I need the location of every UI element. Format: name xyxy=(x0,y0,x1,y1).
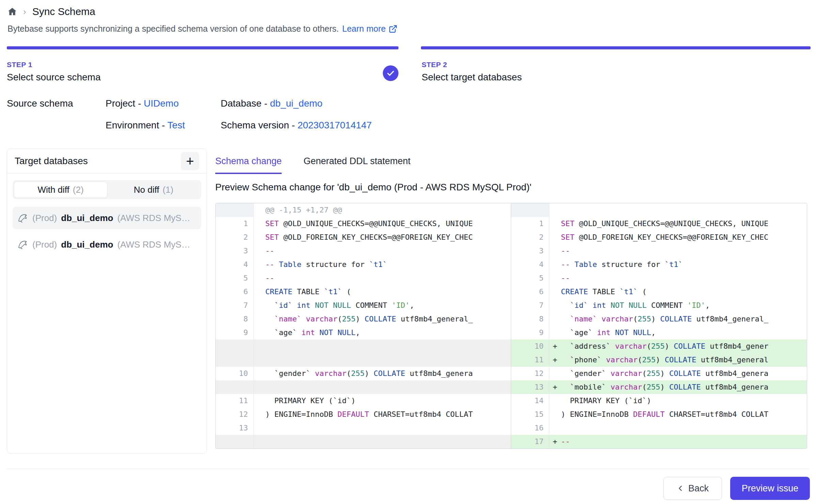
diff-code: `gender` varchar(255) COLLATE utf8mb4_ge… xyxy=(265,367,511,380)
back-button[interactable]: Back xyxy=(663,477,722,500)
diff-added-row: 11+ `phone` varchar(255) COLLATE utf8mb4… xyxy=(511,353,807,367)
diff-code xyxy=(561,421,807,435)
diff-filler-row xyxy=(216,435,511,448)
diff-sign: + xyxy=(549,380,561,394)
breadcrumb: › Sync Schema xyxy=(7,4,95,19)
diff-line-number: 8 xyxy=(216,312,254,326)
diff-sign xyxy=(549,271,561,285)
project-link[interactable]: UIDemo xyxy=(144,98,179,109)
diff-sign xyxy=(254,244,265,258)
diff-sign: + xyxy=(549,353,561,367)
diff-row: 12 `gender` varchar(255) COLLATE utf8mb4… xyxy=(511,367,807,380)
tab-with-diff[interactable]: With diff (2) xyxy=(14,182,107,198)
diff-row: 15) ENGINE=InnoDB DEFAULT CHARSET=utf8mb… xyxy=(511,408,807,421)
diff-sign xyxy=(254,435,265,448)
diff-row: 5-- xyxy=(511,271,807,285)
diff-code: SET @OLD_UNIQUE_CHECKS=@@UNIQUE_CHECKS, … xyxy=(265,217,511,231)
schema-version-link[interactable]: 20230317014147 xyxy=(298,120,372,130)
diff-sign xyxy=(549,217,561,231)
diff-row: 10 `gender` varchar(255) COLLATE utf8mb4… xyxy=(216,367,511,380)
diff-code xyxy=(561,203,807,217)
target-databases-panel: Target databases + With diff (2) No diff… xyxy=(7,148,207,454)
home-icon[interactable] xyxy=(7,7,17,16)
mysql-dolphin-icon xyxy=(17,239,28,250)
diff-line-number: 13 xyxy=(216,421,254,435)
diff-line-number: 13 xyxy=(511,380,549,394)
target-databases-title: Target databases xyxy=(15,156,88,167)
diff-line-number xyxy=(216,380,254,394)
diff-sign: + xyxy=(549,340,561,353)
diff-code: SET @OLD_UNIQUE_CHECKS=@@UNIQUE_CHECKS, … xyxy=(561,217,807,231)
environment-link[interactable]: Test xyxy=(168,120,185,130)
diff-sign xyxy=(254,285,265,299)
diff-line-number: 12 xyxy=(511,367,549,380)
diff-line-number: 1 xyxy=(216,217,254,231)
diff-line-number: 2 xyxy=(511,231,549,244)
diff-row: 2SET @OLD_FOREIGN_KEY_CHECKS=@@FOREIGN_K… xyxy=(511,231,807,244)
diff-line-number xyxy=(216,435,254,448)
tab-no-diff[interactable]: No diff (1) xyxy=(107,182,200,198)
target-database-item[interactable]: (Prod) db_ui_demo (AWS RDS MyS… xyxy=(13,233,201,256)
diff-row: 7 `id` int NOT NULL COMMENT 'ID', xyxy=(216,299,511,312)
diff-line-number: 16 xyxy=(511,421,549,435)
diff-line-number: 2 xyxy=(216,231,254,244)
diff-sign xyxy=(549,312,561,326)
preview-tabs: Schema change Generated DDL statement xyxy=(215,156,410,174)
diff-sign xyxy=(254,203,265,217)
diff-sign xyxy=(254,408,265,421)
diff-line-number: 14 xyxy=(511,394,549,408)
diff-line-number: 3 xyxy=(511,244,549,258)
step2: STEP 2 Select target databases xyxy=(422,61,522,83)
diff-code xyxy=(265,435,511,448)
intro-description: Bytebase supports synchronizing a specif… xyxy=(7,24,339,34)
diff-filler-row xyxy=(216,353,511,367)
diff-sign xyxy=(549,408,561,421)
source-environment: Environment - Test xyxy=(106,120,221,131)
diff-line-number xyxy=(216,203,254,217)
diff-code: `phone` varchar(255) COLLATE utf8mb4_gen… xyxy=(561,353,807,367)
diff-pane-new[interactable]: 1SET @OLD_UNIQUE_CHECKS=@@UNIQUE_CHECKS,… xyxy=(511,203,807,448)
diff-row: 5-- xyxy=(216,271,511,285)
preview-issue-button[interactable]: Preview issue xyxy=(730,477,810,500)
diff-sign xyxy=(549,326,561,340)
diff-line-number: 11 xyxy=(511,353,549,367)
diff-code xyxy=(265,353,511,367)
diff-code: PRIMARY KEY (`id`) xyxy=(265,394,511,408)
tab-schema-change[interactable]: Schema change xyxy=(215,156,282,174)
diff-sign xyxy=(254,367,265,380)
add-database-button[interactable]: + xyxy=(181,152,199,170)
diff-row: 11 PRIMARY KEY (`id`) xyxy=(216,394,511,408)
step1-title: Select source schema xyxy=(7,72,100,83)
diff-code: SET @OLD_FOREIGN_KEY_CHECKS=@@FOREIGN_KE… xyxy=(561,231,807,244)
database-link[interactable]: db_ui_demo xyxy=(270,98,323,109)
diff-line-number: 3 xyxy=(216,244,254,258)
step1: STEP 1 Select source schema xyxy=(7,61,100,83)
diff-row: 4-- Table structure for `t1` xyxy=(216,258,511,271)
diff-row: 14 PRIMARY KEY (`id`) xyxy=(511,394,807,408)
step1-label: STEP 1 xyxy=(7,61,100,69)
diff-line-number: 4 xyxy=(216,258,254,271)
learn-more-link[interactable]: Learn more xyxy=(342,24,397,34)
diff-row: 8 `name` varchar(255) COLLATE utf8mb4_ge… xyxy=(216,312,511,326)
diff-code: -- Table structure for `t1` xyxy=(265,258,511,271)
tab-generated-ddl[interactable]: Generated DDL statement xyxy=(303,156,410,174)
diff-line-number: 7 xyxy=(511,299,549,312)
diff-code: CREATE TABLE `t1` ( xyxy=(265,285,511,299)
diff-code: `name` varchar(255) COLLATE utf8mb4_gene… xyxy=(561,312,807,326)
source-schema-label: Source schema xyxy=(7,98,106,109)
diff-pane-old[interactable]: @@ -1,15 +1,27 @@1SET @OLD_UNIQUE_CHECKS… xyxy=(216,203,511,448)
diff-filter-tabs: With diff (2) No diff (1) xyxy=(13,180,201,199)
target-database-item[interactable]: (Prod) db_ui_demo (AWS RDS MyS… xyxy=(13,207,201,229)
diff-line-number: 9 xyxy=(216,326,254,340)
source-project: Project - UIDemo xyxy=(106,98,221,109)
diff-sign xyxy=(549,394,561,408)
diff-line-number: 8 xyxy=(511,312,549,326)
diff-sign: + xyxy=(549,435,561,448)
step2-progress-bar xyxy=(421,46,811,49)
diff-code: -- xyxy=(265,244,511,258)
diff-line-number xyxy=(511,203,549,217)
diff-row: 1SET @OLD_UNIQUE_CHECKS=@@UNIQUE_CHECKS,… xyxy=(511,217,807,231)
diff-row: 9 `age` int NOT NULL, xyxy=(511,326,807,340)
diff-added-row: 17+-- xyxy=(511,435,807,448)
diff-row: 7 `id` int NOT NULL COMMENT 'ID', xyxy=(511,299,807,312)
